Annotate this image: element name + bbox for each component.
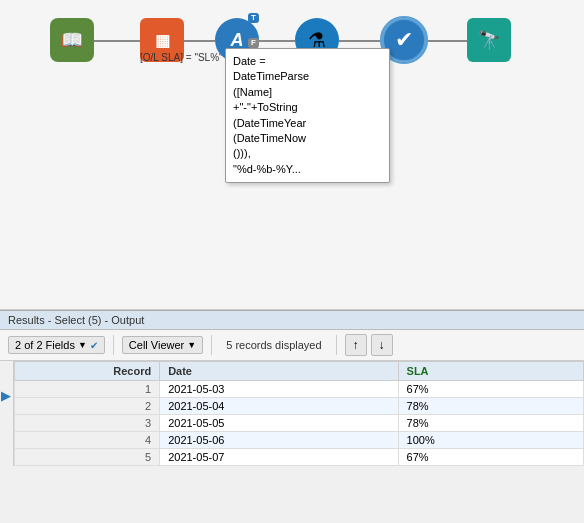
cell-record: 2	[14, 398, 159, 415]
cell-viewer-selector[interactable]: Cell Viewer ▼	[122, 336, 203, 354]
workflow-canvas: ▦ [O/L SLA] = "SL%" A T F ⚗ ✔ 🔭 Date = D…	[0, 0, 584, 310]
cell-record: 5	[14, 449, 159, 466]
records-count: 5 records displayed	[226, 339, 321, 351]
fields-down-icon: ▼	[78, 340, 87, 350]
results-header-text: Results - Select (5) - Output	[8, 314, 144, 326]
connector-1	[94, 40, 140, 42]
cell-sla: 67%	[398, 449, 583, 466]
cell-date: 2021-05-06	[160, 432, 398, 449]
connector-2	[184, 40, 215, 42]
book-icon	[61, 29, 83, 51]
table-body: 12021-05-0367%22021-05-0478%32021-05-057…	[14, 381, 583, 466]
connector-3	[259, 40, 295, 42]
node-input[interactable]	[50, 18, 94, 62]
table-row[interactable]: 22021-05-0478%	[14, 398, 583, 415]
table-row[interactable]: 42021-05-06100%	[14, 432, 583, 449]
col-header-sla[interactable]: SLA	[398, 362, 583, 381]
filter-label: [O/L SLA] = "SL%"	[140, 52, 223, 63]
col-header-record[interactable]: Record	[14, 362, 159, 381]
formula-text: Date = DateTimeParse ([Name] +"-"+ToStri…	[233, 54, 382, 177]
results-panel: Results - Select (5) - Output 2 of 2 Fie…	[0, 310, 584, 466]
viewer-down-icon: ▼	[187, 340, 196, 350]
scroll-up-button[interactable]: ↑	[345, 334, 367, 356]
connector-5	[426, 40, 467, 42]
results-toolbar: 2 of 2 Fields ▼ ✔ Cell Viewer ▼ 5 record…	[0, 330, 584, 361]
node-browse[interactable]: 🔭	[467, 18, 511, 62]
table-row[interactable]: 52021-05-0767%	[14, 449, 583, 466]
data-table: Record Date SLA 12021-05-0367%22021-05-0…	[14, 361, 584, 466]
table-header-row: Record Date SLA	[14, 362, 583, 381]
cell-date: 2021-05-04	[160, 398, 398, 415]
separator-1	[113, 335, 114, 355]
table-row[interactable]: 12021-05-0367%	[14, 381, 583, 398]
cell-sla: 100%	[398, 432, 583, 449]
viewer-label: Cell Viewer	[129, 339, 184, 351]
fields-label: 2 of 2 Fields	[15, 339, 75, 351]
separator-3	[336, 335, 337, 355]
binoculars-icon: 🔭	[478, 29, 500, 51]
connector-4	[339, 40, 382, 42]
cell-date: 2021-05-07	[160, 449, 398, 466]
results-header: Results - Select (5) - Output	[0, 311, 584, 330]
row-pointer-icon: ▶	[1, 389, 10, 403]
fields-selector[interactable]: 2 of 2 Fields ▼ ✔	[8, 336, 105, 354]
cell-sla: 67%	[398, 381, 583, 398]
table-container: ▶ Record Date SLA 12021-05-0367%22021-05…	[0, 361, 584, 466]
col-header-date[interactable]: Date	[160, 362, 398, 381]
check-icon: ✔	[395, 27, 413, 53]
cell-record: 1	[14, 381, 159, 398]
separator-2	[211, 335, 212, 355]
cell-record: 3	[14, 415, 159, 432]
table-row[interactable]: 32021-05-0578%	[14, 415, 583, 432]
badge-F: F	[248, 38, 259, 48]
cell-date: 2021-05-03	[160, 381, 398, 398]
side-indicator: ▶	[0, 361, 14, 466]
formula-popup: Date = DateTimeParse ([Name] +"-"+ToStri…	[225, 48, 390, 183]
scroll-down-button[interactable]: ↓	[371, 334, 393, 356]
cell-date: 2021-05-05	[160, 415, 398, 432]
fields-check-icon: ✔	[90, 340, 98, 351]
badge-T: T	[248, 13, 259, 23]
cell-sla: 78%	[398, 398, 583, 415]
cell-sla: 78%	[398, 415, 583, 432]
filter-icon: ▦	[155, 31, 170, 50]
cell-record: 4	[14, 432, 159, 449]
